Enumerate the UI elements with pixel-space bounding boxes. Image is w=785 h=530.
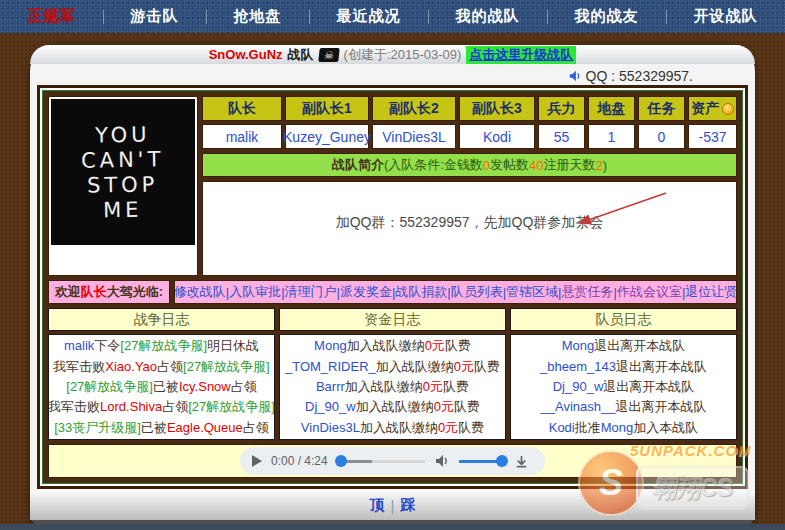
- banner-line: YOU: [95, 122, 151, 147]
- value-assets[interactable]: -537: [688, 124, 737, 149]
- fund-log-column: 资金日志 Mong加入战队缴纳0元队费 _TOM_RIDER_加入战队缴纳0元队…: [279, 308, 506, 440]
- value-leader[interactable]: malik: [202, 124, 282, 149]
- nav-item-my-comrades[interactable]: 我的战友: [575, 7, 639, 26]
- text-segment: Eagle.Queue: [167, 420, 243, 435]
- link-member-list[interactable]: 队员列表: [451, 283, 503, 301]
- banner-line: ME: [103, 197, 143, 222]
- text-segment: 注册天数: [544, 156, 596, 174]
- header-tasks: 任务: [638, 96, 685, 121]
- team-title-bar: SnOw.GuNz 战队 ☠ (创建于:2015-03-09) 点击这里升级战队: [30, 45, 755, 64]
- upvote-link[interactable]: 顶: [370, 496, 385, 515]
- progress-slider[interactable]: [337, 460, 425, 463]
- text-segment: Xiao.Yao: [105, 359, 157, 374]
- member-log-entry: _bheem_143退出离开本战队: [540, 358, 707, 376]
- value-vice2[interactable]: VinDies3L: [372, 124, 456, 149]
- link-clean-house[interactable]: 清理门户: [285, 283, 337, 301]
- text-segment: Barrr: [316, 379, 345, 394]
- text-segment: Mong: [562, 338, 595, 353]
- link-managed-region[interactable]: 管辖区域: [506, 283, 558, 301]
- text-segment: 占领: [162, 399, 188, 414]
- link-join-approval[interactable]: 入队审批: [229, 283, 281, 301]
- download-icon[interactable]: [514, 454, 529, 469]
- link-bounty-task[interactable]: 悬赏任务: [561, 283, 613, 301]
- vote-footer: 顶 | 踩: [30, 490, 755, 520]
- value-troops[interactable]: 55: [538, 124, 585, 149]
- qq-info-row: QQ : 552329957.: [30, 64, 755, 88]
- admin-links-bar: 修改战队|入队审批|清理门户|派发奖金|战队捐款|队员列表|管辖区域|悬赏任务|…: [174, 280, 737, 304]
- main-content-box: SnOw.GuNz 战队 ☠ (创建于:2015-03-09) 点击这里升级战队…: [30, 45, 755, 523]
- nav-item-create-team[interactable]: 开设战队: [694, 7, 758, 26]
- created-date: (创建于:2015-03-09): [344, 46, 462, 64]
- audio-strip: 0:00 / 4:24: [48, 444, 737, 478]
- text-segment: 欢迎: [55, 283, 81, 301]
- text-segment: 大驾光临:: [107, 283, 163, 301]
- value-vice3[interactable]: Kodi: [459, 124, 535, 149]
- audio-player: 0:00 / 4:24: [240, 447, 545, 475]
- value-territory[interactable]: 1: [588, 124, 635, 149]
- upgrade-team-link[interactable]: 点击这里升级战队: [466, 46, 576, 64]
- text-segment: (入队条件:金钱数: [384, 156, 483, 174]
- team-word: 战队: [288, 46, 314, 64]
- nav-item-regular-army[interactable]: 正规军: [28, 7, 76, 26]
- link-abdicate[interactable]: 退位让贤: [685, 283, 737, 301]
- text-segment: 已被: [141, 420, 167, 435]
- text-segment: 占领: [157, 359, 183, 374]
- war-log-title: 战争日志: [48, 308, 275, 331]
- text-segment: [27解放战争服]: [183, 359, 270, 374]
- member-log-title: 队员日志: [510, 308, 737, 331]
- nav-item-guerrilla[interactable]: 游击队: [131, 7, 179, 26]
- coin-icon: [722, 103, 734, 115]
- value-tasks[interactable]: 0: [638, 124, 685, 149]
- member-log-list: Mong退出离开本战队 _bheem_143退出离开本战队 Dj_90_w退出离…: [510, 334, 737, 440]
- vote-separator: |: [391, 497, 395, 514]
- link-send-bonus[interactable]: 派发奖金: [340, 283, 392, 301]
- value-vice1[interactable]: Kuzey_Guney: [285, 124, 369, 149]
- text-segment: Icy.Snow: [179, 379, 231, 394]
- text-segment: 0元: [438, 420, 458, 435]
- fund-log-title: 资金日志: [279, 308, 506, 331]
- war-log-entry: 我军击败Xiao.Yao占领[27解放战争服]: [53, 358, 269, 376]
- volume-slider[interactable]: [459, 460, 505, 463]
- text-segment: 下令: [94, 338, 120, 353]
- header-vice3: 副队长3: [459, 96, 535, 121]
- member-log-entry: Kodi批准Mong加入本战队: [549, 419, 699, 437]
- team-name: SnOw.GuNz: [209, 47, 283, 62]
- member-log-entry: __Avinash__退出离开本战队: [541, 398, 707, 416]
- text-segment: 加入战队缴纳: [347, 338, 425, 353]
- text-segment: 加入本战队: [633, 420, 698, 435]
- header-assets-label: 资产: [692, 100, 720, 118]
- link-team-donation[interactable]: 战队捐款: [395, 283, 447, 301]
- header-assets: 资产: [688, 96, 737, 121]
- team-intro-area: 加QQ群：552329957，先加QQ群参加茶会: [202, 181, 737, 276]
- nav-item-my-team[interactable]: 我的战队: [456, 7, 520, 26]
- text-segment: __Avinash__: [541, 399, 616, 414]
- time-display: 0:00 / 4:24: [271, 454, 328, 468]
- nav-item-grab-territory[interactable]: 抢地盘: [234, 7, 282, 26]
- link-war-room[interactable]: 作战会议室: [617, 283, 682, 301]
- war-log-entry: 我军击败Lord.Shiva占领[27解放战争服]: [48, 398, 275, 416]
- text-segment: Dj_90_w: [305, 399, 356, 414]
- team-info-panel: YOU CAN'T STOP ME 队长 副队长1 副队长2 副队长3 兵力 地…: [42, 90, 743, 484]
- text-segment: 加入战队缴纳: [345, 379, 423, 394]
- fund-log-entry: VinDies3L加入战队缴纳0元队费: [301, 419, 484, 437]
- text-segment: 批准: [575, 420, 601, 435]
- progress-knob[interactable]: [335, 455, 347, 467]
- nav-separator: [428, 10, 429, 24]
- war-log-entry: malik下令[27解放战争服]明日休战: [64, 337, 259, 355]
- play-button[interactable]: [252, 455, 262, 467]
- text-segment: 我军击败: [48, 399, 100, 414]
- qq-number-text: QQ : 552329957.: [586, 68, 693, 84]
- banner-image-text: YOU CAN'T STOP ME: [51, 99, 195, 245]
- volume-knob[interactable]: [496, 455, 508, 467]
- header-vice2: 副队长2: [372, 96, 456, 121]
- header-troops: 兵力: [538, 96, 585, 121]
- text-segment: 2: [596, 158, 603, 173]
- downvote-link[interactable]: 踩: [400, 496, 415, 515]
- text-segment: 0元: [434, 399, 454, 414]
- nav-item-recent-battles[interactable]: 最近战况: [337, 7, 401, 26]
- text-segment: 退出离开本战队: [594, 338, 685, 353]
- link-modify-team[interactable]: 修改战队: [174, 283, 226, 301]
- volume-icon[interactable]: [434, 453, 450, 469]
- war-log-list: malik下令[27解放战争服]明日休战 我军击败Xiao.Yao占领[27解放…: [48, 334, 275, 440]
- text-segment: 退出离开本战队: [603, 379, 694, 394]
